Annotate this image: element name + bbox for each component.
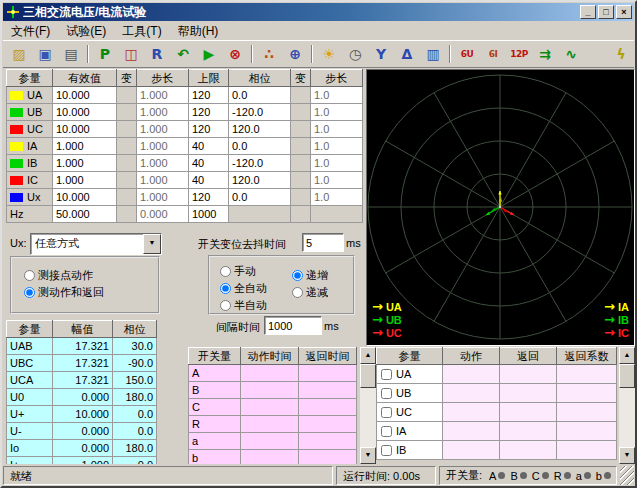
phase-cell[interactable]: 0.0: [229, 138, 291, 155]
limit-cell[interactable]: 120: [189, 121, 229, 138]
limit-cell[interactable]: 120: [189, 87, 229, 104]
limit-cell[interactable]: 1000: [189, 206, 229, 223]
radio-input-contact-0[interactable]: [24, 270, 35, 281]
limit-cell[interactable]: 40: [189, 138, 229, 155]
scroll-track[interactable]: [360, 364, 376, 447]
phase-step-cell[interactable]: 1.0: [311, 155, 363, 172]
step-cell[interactable]: 1.000: [137, 155, 189, 172]
menu-item-2[interactable]: 工具(T): [114, 22, 169, 41]
radio-runmode-1[interactable]: 全自动: [220, 280, 292, 297]
save-icon[interactable]: ▣: [33, 43, 57, 65]
vary-cell[interactable]: [117, 121, 137, 138]
phase-cell[interactable]: 120.0: [229, 172, 291, 189]
open-icon[interactable]: ▨: [7, 43, 31, 65]
radio-runmode-2[interactable]: 半自动: [220, 297, 292, 314]
vertical-scrollbar[interactable]: ▲ ▼: [360, 347, 376, 464]
limit-cell[interactable]: 40: [189, 172, 229, 189]
radio-input-runmode-1[interactable]: [220, 283, 231, 294]
scroll-down-icon[interactable]: ▼: [619, 447, 635, 464]
vary-cell[interactable]: [291, 87, 311, 104]
value-cell[interactable]: 1.000: [53, 155, 117, 172]
limit-cell[interactable]: 120: [189, 104, 229, 121]
scroll-up-icon[interactable]: ▲: [619, 347, 635, 364]
scroll-track[interactable]: [619, 364, 635, 447]
interval-input[interactable]: [264, 316, 322, 335]
step-cell[interactable]: 1.000: [137, 104, 189, 121]
timer-icon[interactable]: ◷: [343, 43, 367, 65]
close-button[interactable]: ×: [616, 5, 632, 19]
vary-cell[interactable]: [117, 172, 137, 189]
phase-step-cell[interactable]: 1.0: [311, 189, 363, 206]
minimize-button[interactable]: _: [580, 5, 596, 19]
radio-contact-1[interactable]: 测动作和返回: [24, 284, 158, 301]
phase-step-cell[interactable]: [311, 206, 363, 223]
vary-cell[interactable]: [117, 155, 137, 172]
radio-input-contact-1[interactable]: [24, 287, 35, 298]
menu-item-1[interactable]: 试验(E): [58, 22, 114, 41]
brightness-icon[interactable]: ☀: [317, 43, 341, 65]
vary-cell[interactable]: [117, 138, 137, 155]
undo-icon[interactable]: ↶: [171, 43, 195, 65]
radio-input-direction-0[interactable]: [292, 270, 303, 281]
radio-input-runmode-0[interactable]: [220, 266, 231, 277]
titlebar[interactable]: 三相交流电压/电流试验 _ □ ×: [3, 3, 634, 21]
phase-dots-icon[interactable]: ∴: [257, 43, 281, 65]
vary-cell[interactable]: [291, 155, 311, 172]
scroll-thumb[interactable]: [619, 364, 635, 388]
vary-cell[interactable]: [291, 206, 311, 223]
wave-icon[interactable]: ∿: [559, 43, 583, 65]
value-cell[interactable]: 10.000: [53, 189, 117, 206]
bars-icon[interactable]: ▥: [421, 43, 445, 65]
radio-input-direction-1[interactable]: [292, 287, 303, 298]
phase-step-cell[interactable]: 1.0: [311, 87, 363, 104]
radio-input-runmode-2[interactable]: [220, 300, 231, 311]
phase-cell[interactable]: [229, 206, 291, 223]
wye-icon[interactable]: Y: [369, 43, 393, 65]
scroll-up-icon[interactable]: ▲: [360, 347, 376, 364]
twelve-p-icon[interactable]: 12P: [507, 43, 531, 65]
limit-cell[interactable]: 120: [189, 189, 229, 206]
print-icon[interactable]: ▤: [59, 43, 83, 65]
dropdown-arrow-icon[interactable]: ▼: [143, 234, 161, 254]
reset-icon[interactable]: R: [145, 43, 169, 65]
phase-step-cell[interactable]: 1.0: [311, 121, 363, 138]
vary-cell[interactable]: [291, 172, 311, 189]
switch-state-icon[interactable]: ◫: [119, 43, 143, 65]
result-checkbox-UC[interactable]: [381, 407, 392, 418]
result-checkbox-UA[interactable]: [381, 369, 392, 380]
radio-direction-0[interactable]: 递增: [292, 267, 352, 284]
vary-cell[interactable]: [291, 138, 311, 155]
vary-cell[interactable]: [291, 121, 311, 138]
start-icon[interactable]: ▶: [197, 43, 221, 65]
vary-cell[interactable]: [117, 189, 137, 206]
phase-cell[interactable]: -120.0: [229, 155, 291, 172]
phase-step-cell[interactable]: 1.0: [311, 138, 363, 155]
value-cell[interactable]: 50.000: [53, 206, 117, 223]
step-cell[interactable]: 1.000: [137, 172, 189, 189]
result-checkbox-UB[interactable]: [381, 388, 392, 399]
ux-mode-select[interactable]: 任意方式 ▼: [30, 233, 162, 255]
scroll-down-icon[interactable]: ▼: [360, 447, 376, 464]
step-cell[interactable]: 1.000: [137, 121, 189, 138]
phase-cell[interactable]: 0.0: [229, 189, 291, 206]
phase-step-cell[interactable]: 1.0: [311, 104, 363, 121]
step-cell[interactable]: 1.000: [137, 138, 189, 155]
radio-direction-1[interactable]: 递减: [292, 284, 352, 301]
maximize-button[interactable]: □: [598, 5, 614, 19]
value-cell[interactable]: 10.000: [53, 104, 117, 121]
delta-icon[interactable]: Δ: [395, 43, 419, 65]
power-icon[interactable]: ϟ: [609, 43, 633, 65]
p-meter-icon[interactable]: P: [93, 43, 117, 65]
vary-cell[interactable]: [117, 206, 137, 223]
phase-cell[interactable]: 0.0: [229, 87, 291, 104]
resize-grip[interactable]: [620, 466, 634, 485]
vertical-scrollbar[interactable]: ▲ ▼: [619, 347, 635, 464]
radio-contact-0[interactable]: 测接点动作: [24, 267, 158, 284]
phase-cell[interactable]: -120.0: [229, 104, 291, 121]
phase-step-cell[interactable]: 1.0: [311, 172, 363, 189]
zoom-icon[interactable]: ⊕: [283, 43, 307, 65]
vary-cell[interactable]: [291, 104, 311, 121]
menu-item-0[interactable]: 文件(F): [3, 22, 58, 41]
vary-cell[interactable]: [117, 87, 137, 104]
value-cell[interactable]: 1.000: [53, 138, 117, 155]
